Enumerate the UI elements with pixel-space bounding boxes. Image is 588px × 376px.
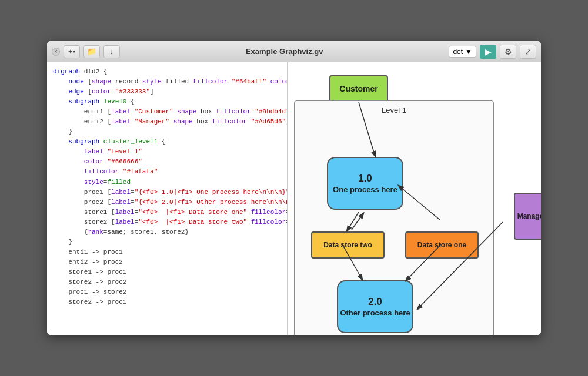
code-line: } <box>49 127 285 137</box>
code-editor[interactable]: digraph dfd2 { node [shape=record style=… <box>47 62 288 335</box>
code-line: store1 -> proc1 <box>49 267 285 277</box>
window-controls: × +▪ 📁 ↓ <box>52 45 120 58</box>
new-icon: +▪ <box>68 47 75 56</box>
code-line: subgraph level0 { <box>49 97 285 107</box>
run-button[interactable]: ▶ <box>480 45 496 59</box>
titlebar: × +▪ 📁 ↓ Example Graphviz.gv dot ▼ ▶ ⚙ <box>47 41 541 62</box>
store2-node: Data store two <box>311 231 385 258</box>
store1-node: Data store one <box>405 231 479 258</box>
code-line: label="Level 1" <box>49 147 285 157</box>
code-line: store2 -> proc2 <box>49 277 285 287</box>
proc2-number: 2.0 <box>368 296 382 308</box>
new-file-button[interactable]: +▪ <box>64 45 80 58</box>
code-line: {rank=same; store1, store2} <box>49 227 285 237</box>
proc1-text: One process here <box>333 185 397 195</box>
expand-button[interactable]: ⤢ <box>520 45 536 59</box>
toolbar-right: dot ▼ ▶ ⚙ ⤢ <box>449 45 536 59</box>
code-line: enti2 -> proc2 <box>49 257 285 267</box>
gear-icon: ⚙ <box>505 47 512 56</box>
code-line: store2 -> proc1 <box>49 297 285 307</box>
customer-node: Customer <box>329 75 388 102</box>
download-icon: ↓ <box>110 47 114 56</box>
main-window: × +▪ 📁 ↓ Example Graphviz.gv dot ▼ ▶ ⚙ <box>47 41 541 335</box>
proc2-node: 2.0 Other process here <box>337 280 413 333</box>
code-line: } <box>49 237 285 247</box>
code-line: enti1 [label="Customer" shape=box fillco… <box>49 107 285 117</box>
close-button[interactable]: × <box>52 48 60 56</box>
code-line: subgraph cluster_level1 { <box>49 137 285 147</box>
engine-label: dot <box>453 48 463 56</box>
code-line: digraph dfd2 { <box>49 67 285 77</box>
play-icon: ▶ <box>485 47 492 56</box>
code-line: enti2 [label="Manager" shape=box fillcol… <box>49 117 285 127</box>
code-line: proc1 [label="{<f0> 1.0|<f1> One process… <box>49 187 285 197</box>
code-line: style=filled <box>49 177 285 187</box>
store2-label: Data store two <box>323 241 372 249</box>
proc1-node: 1.0 One process here <box>327 157 403 210</box>
engine-selector[interactable]: dot ▼ <box>449 46 476 58</box>
code-line: store2 [label="<f0> |<f1> Data store two… <box>49 217 285 227</box>
chevron-down-icon: ▼ <box>465 48 472 56</box>
window-title: Example Graphviz.gv <box>120 47 449 56</box>
code-line: node [shape=record style=filled fillcolo… <box>49 77 285 87</box>
folder-icon: 📁 <box>87 47 96 56</box>
settings-button[interactable]: ⚙ <box>500 45 516 59</box>
store1-label: Data store one <box>417 241 466 249</box>
graph-view: Customer Level 1 1.0 One process here Da… <box>288 62 541 335</box>
save-button[interactable]: ↓ <box>103 45 120 58</box>
content-area: digraph dfd2 { node [shape=record style=… <box>47 62 541 335</box>
code-line: enti1 -> proc1 <box>49 247 285 257</box>
proc2-text: Other process here <box>340 308 410 318</box>
code-line: proc1 -> store2 <box>49 287 285 297</box>
code-line: color="#666666" <box>49 157 285 167</box>
manager-label: Manage <box>517 212 541 220</box>
manager-node: Manage <box>514 193 541 240</box>
cluster-label: Level 1 <box>382 106 406 115</box>
open-file-button[interactable]: 📁 <box>83 45 100 58</box>
code-line: fillcolor="#fafafa" <box>49 167 285 177</box>
customer-label: Customer <box>339 84 377 93</box>
code-line: edge [color="#333333"] <box>49 87 285 97</box>
expand-icon: ⤢ <box>524 47 532 56</box>
code-line: store1 [label="<f0> |<f1> Data store one… <box>49 207 285 217</box>
proc1-number: 1.0 <box>358 172 372 185</box>
code-line: proc2 [label="{<f0> 2.0|<f1> Other proce… <box>49 197 285 207</box>
cluster-level1: Level 1 1.0 One process here Data store … <box>294 100 494 335</box>
